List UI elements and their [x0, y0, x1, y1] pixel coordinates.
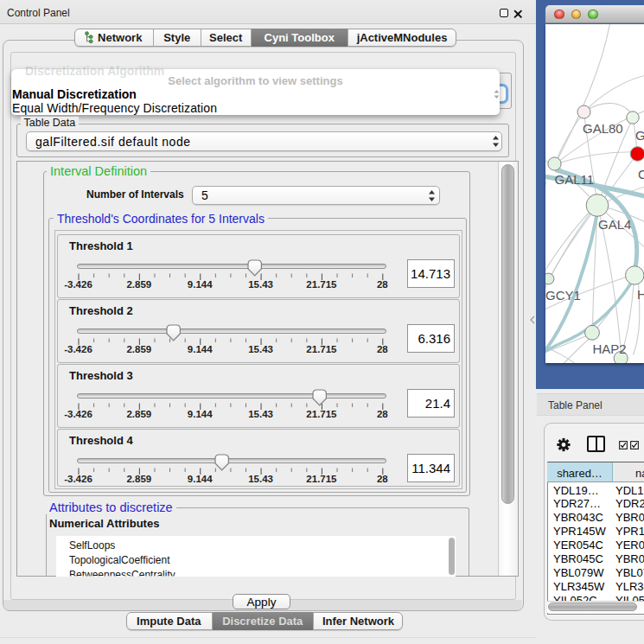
svg-text:H: H — [637, 286, 644, 301]
svg-text:CY: CY — [638, 166, 644, 181]
svg-text:GAL: GAL — [635, 127, 644, 142]
svg-text:GAL4: GAL4 — [598, 217, 631, 232]
svg-text:GAL11: GAL11 — [554, 171, 594, 186]
svg-text:HAP2: HAP2 — [592, 341, 626, 356]
svg-text:GCY1: GCY1 — [545, 287, 581, 302]
svg-text:GAL80: GAL80 — [583, 120, 623, 135]
